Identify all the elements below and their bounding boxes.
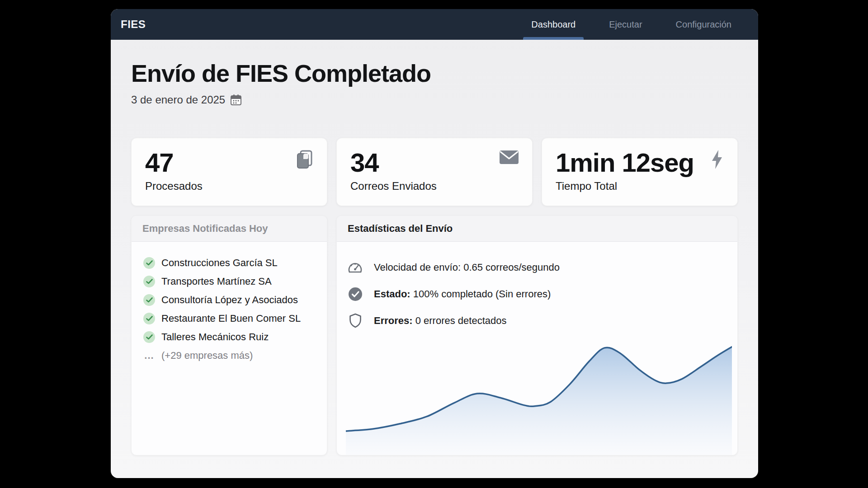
- nav-menu: Dashboard Ejecutar Configuración: [525, 9, 738, 40]
- stats-cards: 47 Procesados 34 Correos Enviados: [131, 138, 738, 206]
- check-icon: [143, 294, 155, 306]
- envio-area-chart: [346, 333, 732, 455]
- stat-card-procesados: 47 Procesados: [131, 138, 327, 206]
- stat-card-correos: 34 Correos Enviados: [336, 138, 533, 206]
- shield-icon: [348, 313, 363, 328]
- lightning-icon: [709, 149, 725, 172]
- check-circle-icon: [348, 287, 363, 301]
- list-item: Talleres Mecánicos Ruiz: [143, 328, 315, 346]
- check-icon: [143, 331, 155, 343]
- company-name: Transportes Martínez SA: [161, 276, 272, 287]
- report-date: 3 de enero de 2025: [131, 94, 738, 106]
- stat-row-estado: Estado: 100% completado (Sin errores): [348, 286, 726, 301]
- stat-label: Procesados: [145, 180, 313, 192]
- list-item: Consultoría López y Asociados: [143, 291, 315, 309]
- list-item: Construcciones García SL: [143, 253, 315, 272]
- check-icon: [143, 257, 155, 269]
- envelope-icon: [499, 149, 519, 167]
- nav-item-ejecutar[interactable]: Ejecutar: [603, 9, 648, 40]
- statistics-rows: Velocidad de envío: 0.65 correos/segundo…: [337, 242, 737, 328]
- stat-value: 1min 12seg: [556, 148, 724, 177]
- app-window: FIES Dashboard Ejecutar Configuración En…: [111, 9, 758, 478]
- companies-panel: Empresas Notificadas Hoy Construcciones …: [131, 216, 327, 455]
- stat-card-tiempo: 1min 12seg Tiempo Total: [542, 138, 738, 206]
- more-companies: ... (+29 empresas más): [143, 346, 315, 365]
- statistics-panel-title: Estadísticas del Envío: [337, 216, 737, 242]
- list-item: Restaurante El Buen Comer SL: [143, 309, 315, 328]
- stat-row-errores: Errores: 0 errores detectados: [348, 313, 726, 328]
- stat-value: 34: [350, 148, 519, 177]
- navbar: FIES Dashboard Ejecutar Configuración: [111, 9, 758, 40]
- list-item: Transportes Martínez SA: [143, 272, 315, 291]
- company-name: Construcciones García SL: [161, 257, 278, 269]
- company-name: Restaurante El Buen Comer SL: [161, 313, 301, 324]
- main-content: Envío de FIES Completado 3 de enero de 2…: [111, 40, 758, 455]
- stat-row-text: Estado: 100% completado (Sin errores): [374, 288, 551, 300]
- company-name: Consultoría López y Asociados: [161, 294, 298, 306]
- more-companies-label: (+29 empresas más): [161, 350, 253, 361]
- nav-item-configuracion[interactable]: Configuración: [670, 9, 738, 40]
- nav-item-dashboard[interactable]: Dashboard: [525, 9, 582, 40]
- stat-row-text: Errores: 0 errores detectados: [374, 315, 507, 327]
- report-date-text: 3 de enero de 2025: [131, 94, 225, 106]
- calendar-icon: [230, 94, 242, 106]
- panels-row: Empresas Notificadas Hoy Construcciones …: [131, 216, 738, 455]
- company-name: Talleres Mecánicos Ruiz: [161, 331, 269, 343]
- ellipsis: ...: [143, 350, 155, 361]
- stat-row-velocidad: Velocidad de envío: 0.65 correos/segundo: [348, 260, 726, 275]
- stat-label: Tiempo Total: [556, 180, 724, 192]
- companies-panel-title: Empresas Notificadas Hoy: [132, 216, 327, 242]
- check-icon: [143, 276, 155, 287]
- check-icon: [143, 313, 155, 324]
- stat-value: 47: [145, 148, 313, 177]
- company-list: Construcciones García SL Transportes Mar…: [132, 242, 327, 376]
- app-logo: FIES: [121, 18, 146, 31]
- page-title: Envío de FIES Completado: [131, 59, 738, 87]
- statistics-panel: Estadísticas del Envío: [336, 216, 738, 455]
- documents-icon: [294, 149, 314, 172]
- stat-label: Correos Enviados: [350, 180, 519, 192]
- speedometer-icon: [348, 261, 363, 274]
- stat-row-text: Velocidad de envío: 0.65 correos/segundo: [374, 262, 560, 273]
